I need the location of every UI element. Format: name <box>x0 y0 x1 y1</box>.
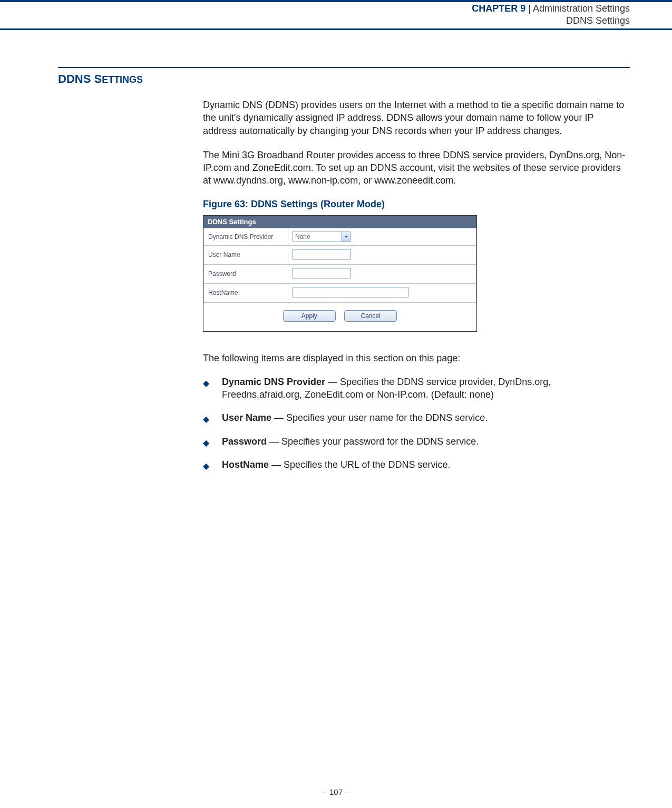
row-password: Password <box>204 264 476 283</box>
item-desc: Specifies your user name for the DDNS se… <box>286 412 488 423</box>
password-label: Password <box>204 264 288 283</box>
diamond-bullet-icon: ◆ <box>203 413 209 425</box>
heading-rest: ETTINGS <box>102 74 143 85</box>
row-username: User Name <box>204 245 476 264</box>
header-separator: | <box>525 3 533 14</box>
item-term: Dynamic DNS Provider <box>222 377 325 387</box>
list-item: ◆ User Name — Specifies your user name f… <box>203 411 630 424</box>
page-footer: – 107 – <box>0 787 672 796</box>
diamond-bullet-icon: ◆ <box>203 460 209 472</box>
header-subtitle: DDNS Settings <box>0 15 672 28</box>
row-provider: Dynamic DNS Provider None <box>204 228 476 245</box>
item-sep: — <box>267 436 281 447</box>
page-number: – 107 – <box>323 787 349 796</box>
item-desc: Specifies the URL of the DDNS service. <box>284 459 450 470</box>
hostname-label: HostName <box>204 283 288 302</box>
header-bottom-rule <box>0 28 672 30</box>
ddns-panel-title: DDNS Settings <box>203 216 476 228</box>
header-line-1: CHAPTER 9 | Administration Settings <box>0 2 672 15</box>
chapter-title: Administration Settings <box>533 3 630 14</box>
figure-caption: Figure 63: DDNS Settings (Router Mode) <box>203 199 630 210</box>
item-term: User Name — <box>222 412 284 423</box>
provider-select-value: None <box>293 233 310 241</box>
dropdown-arrow-icon[interactable] <box>342 232 350 242</box>
items-list: ◆ Dynamic DNS Provider — Specifies the D… <box>203 376 630 471</box>
intro-paragraph-1: Dynamic DNS (DDNS) provides users on the… <box>203 99 630 137</box>
item-sep: — <box>269 459 284 470</box>
provider-cell: None <box>288 228 476 245</box>
heading-prefix: DDNS S <box>58 72 102 85</box>
intro-paragraph-2: The Mini 3G Broadband Router provides ac… <box>203 149 630 187</box>
apply-button[interactable]: Apply <box>283 310 336 322</box>
hostname-cell <box>288 283 476 302</box>
username-cell <box>288 245 476 264</box>
password-cell <box>288 264 476 283</box>
items-intro: The following items are displayed in thi… <box>203 353 630 364</box>
item-term: HostName <box>222 459 269 470</box>
username-label: User Name <box>204 245 288 264</box>
provider-label: Dynamic DNS Provider <box>204 228 288 245</box>
username-input[interactable] <box>293 249 350 259</box>
list-item: ◆ Password — Specifies your password for… <box>203 435 630 448</box>
ddns-settings-screenshot: DDNS Settings Dynamic DNS Provider None <box>203 215 477 332</box>
item-sep: — <box>325 377 340 387</box>
section-heading: DDNS SETTINGS <box>58 72 630 86</box>
list-item: ◆ Dynamic DNS Provider — Specifies the D… <box>203 376 630 401</box>
hostname-input[interactable] <box>293 287 408 297</box>
diamond-bullet-icon: ◆ <box>203 437 209 449</box>
provider-select[interactable]: None <box>293 232 350 242</box>
item-term: Password <box>222 436 267 447</box>
ddns-form-table: Dynamic DNS Provider None User Name <box>203 228 476 303</box>
diamond-bullet-icon: ◆ <box>203 378 209 389</box>
item-desc: Specifies your password for the DDNS ser… <box>281 436 479 447</box>
section-rule <box>58 67 630 68</box>
list-item: ◆ HostName — Specifies the URL of the DD… <box>203 458 630 471</box>
chapter-label: CHAPTER 9 <box>472 3 525 14</box>
row-hostname: HostName <box>204 283 476 302</box>
button-row: Apply Cancel <box>203 303 476 322</box>
password-input[interactable] <box>293 268 350 278</box>
cancel-button[interactable]: Cancel <box>344 310 397 322</box>
